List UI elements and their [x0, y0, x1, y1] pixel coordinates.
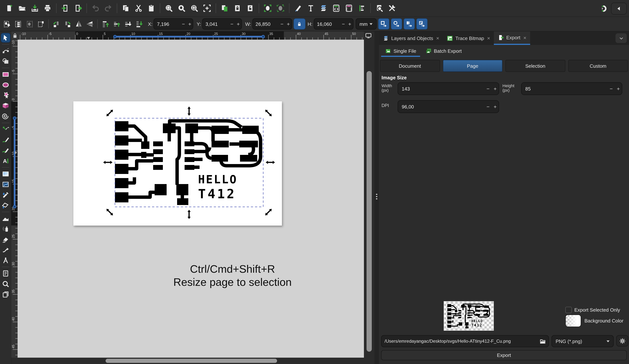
lower-button[interactable]: [122, 18, 133, 30]
export-button[interactable]: Export: [381, 350, 627, 360]
connector-button[interactable]: [0, 245, 10, 255]
close-icon[interactable]: ×: [523, 35, 526, 41]
horizontal-scrollbar-thumb[interactable]: [106, 359, 277, 363]
gradient-button[interactable]: [0, 169, 10, 179]
filename-input[interactable]: /Users/emredayangac/Desktop/svgs/Hello-A…: [381, 335, 549, 347]
vertical-scrollbar[interactable]: [364, 31, 374, 358]
close-icon[interactable]: ×: [436, 35, 439, 41]
collapse-panel-button[interactable]: [611, 2, 627, 14]
width-spinbox[interactable]: 143 − +: [398, 82, 499, 95]
zoom-drawing-button[interactable]: [175, 2, 188, 15]
select-touch-button[interactable]: [35, 18, 46, 30]
eraser-button[interactable]: [0, 235, 10, 244]
print-document-button[interactable]: [41, 2, 54, 15]
pencil-button[interactable]: [0, 135, 10, 145]
unlink-clone-button[interactable]: [244, 2, 257, 15]
fill-stroke-dialog-button[interactable]: [292, 2, 305, 15]
find-replace-button[interactable]: [373, 2, 386, 15]
w-decrement[interactable]: −: [279, 19, 285, 29]
create-clone-button[interactable]: [231, 2, 244, 15]
vertical-scrollbar-thumb[interactable]: [366, 71, 372, 352]
vertical-ruler[interactable]: -10-5051015202530354045: [11, 40, 17, 358]
align-distribute-button[interactable]: [355, 2, 368, 15]
save-document-button[interactable]: [28, 2, 41, 15]
scale-gradient-button[interactable]: [403, 18, 415, 30]
redo-button[interactable]: [102, 2, 115, 15]
area-custom-button[interactable]: Custom: [568, 60, 628, 72]
preferences-button[interactable]: [386, 2, 398, 15]
document-tool-button[interactable]: [0, 269, 10, 278]
zoom-tool-button[interactable]: [0, 279, 10, 289]
new-document-button[interactable]: [3, 2, 16, 15]
w-increment[interactable]: +: [285, 19, 292, 29]
scale-corners-button[interactable]: [391, 18, 402, 30]
height-spinbox[interactable]: 85 − +: [521, 82, 622, 95]
scale-pattern-button[interactable]: [416, 18, 427, 30]
area-document-button[interactable]: Document: [380, 60, 440, 72]
tab-trace-bitmap[interactable]: Trace Bitmap ×: [443, 31, 494, 45]
ungroup-button[interactable]: [274, 2, 287, 15]
x-increment[interactable]: +: [187, 19, 193, 29]
height-decrement[interactable]: −: [608, 86, 615, 92]
flip-horizontal-button[interactable]: [73, 18, 84, 30]
group-button[interactable]: [261, 2, 274, 15]
tab-single-file[interactable]: Single File: [381, 45, 420, 57]
panel-divider[interactable]: [374, 31, 379, 364]
pages-tool-button[interactable]: [0, 289, 10, 299]
folder-open-icon[interactable]: [540, 338, 546, 344]
canvas[interactable]: HELLOT412 Ctrl/Cmd+Shift+R Resize page t…: [17, 40, 364, 358]
tweak-button[interactable]: [0, 214, 10, 223]
dock-options-button[interactable]: [616, 33, 627, 43]
width-decrement[interactable]: −: [484, 86, 492, 92]
measure-button[interactable]: [0, 256, 10, 265]
x-spinbox[interactable]: 7,196 − +: [154, 18, 193, 30]
export-selected-checkbox[interactable]: [565, 307, 572, 313]
text-button[interactable]: A: [0, 156, 10, 166]
h-decrement[interactable]: −: [340, 19, 346, 29]
ellipse-button[interactable]: [0, 80, 10, 90]
layers-dialog-button[interactable]: [317, 2, 330, 15]
h-increment[interactable]: +: [346, 19, 353, 29]
width-increment[interactable]: +: [492, 86, 499, 92]
undo-button[interactable]: [89, 2, 102, 15]
tab-export[interactable]: Export ×: [494, 31, 530, 45]
paint-bucket-button[interactable]: [0, 200, 10, 210]
raise-to-top-button[interactable]: [100, 18, 111, 30]
y-decrement[interactable]: −: [229, 19, 235, 29]
scale-stroke-button[interactable]: [378, 18, 389, 30]
paste-button[interactable]: [145, 2, 158, 15]
rotate-cw-button[interactable]: [62, 18, 73, 30]
open-document-button[interactable]: [16, 2, 28, 15]
tab-layers-and-objects[interactable]: Layers and Objects ×: [379, 31, 443, 45]
node-editor-button[interactable]: [0, 46, 10, 56]
unit-dropdown[interactable]: mm: [355, 18, 376, 30]
zoom-fit-page-button[interactable]: [201, 2, 213, 15]
y-spinbox[interactable]: 3,041 − +: [202, 18, 242, 30]
export-document-button[interactable]: [71, 2, 84, 15]
text-dialog-button[interactable]: [305, 2, 317, 15]
spiral-button[interactable]: [0, 111, 10, 121]
divider-handle[interactable]: [376, 194, 377, 199]
calligraphy-button[interactable]: [0, 146, 10, 155]
deselect-button[interactable]: [24, 18, 35, 30]
dpi-spinbox[interactable]: 96,00 − +: [398, 100, 499, 113]
horizontal-scrollbar[interactable]: [11, 358, 374, 364]
xml-editor-button[interactable]: [330, 2, 342, 15]
x-decrement[interactable]: −: [180, 19, 187, 29]
tab-batch-export[interactable]: Batch Export: [421, 45, 465, 57]
monitor-icon[interactable]: [365, 32, 372, 39]
background-color-swatch[interactable]: [565, 315, 581, 327]
lock-ratio-button[interactable]: [293, 18, 305, 30]
w-spinbox[interactable]: 26,850 − +: [252, 18, 292, 30]
cut-button[interactable]: [132, 2, 145, 15]
duplicate-button[interactable]: [218, 2, 231, 15]
copy-button[interactable]: [119, 2, 132, 15]
snap-toggle-icon[interactable]: [600, 4, 608, 12]
format-settings-button[interactable]: [616, 335, 628, 346]
shape-builder-button[interactable]: [0, 57, 10, 66]
raise-button[interactable]: [111, 18, 122, 30]
area-selection-button[interactable]: Selection: [505, 60, 565, 72]
flip-vertical-button[interactable]: [84, 18, 95, 30]
star-button[interactable]: [0, 91, 10, 100]
zoom-page-button[interactable]: [188, 2, 201, 15]
